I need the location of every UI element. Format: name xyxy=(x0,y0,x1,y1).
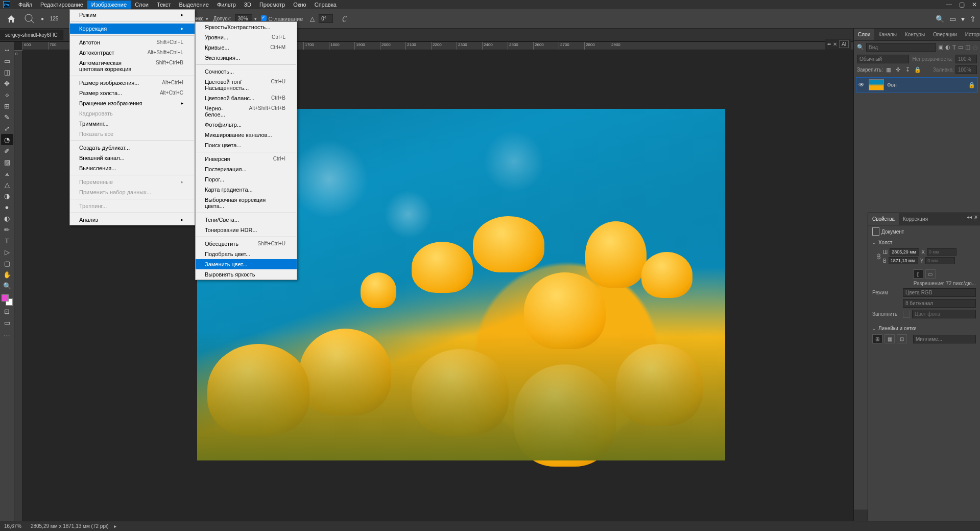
panel-close-icon[interactable]: ✕ xyxy=(974,214,978,220)
workspace-icon[interactable]: ▭ xyxy=(949,15,956,23)
tool-0[interactable]: ↔ xyxy=(1,44,13,55)
share-icon[interactable]: ⇪ xyxy=(970,15,976,23)
menu-выделение[interactable]: Выделение xyxy=(175,1,213,9)
menu-item[interactable]: Выборочная коррекция цвета... xyxy=(196,195,297,211)
menu-item[interactable]: Тонирование HDR... xyxy=(196,225,297,235)
brush-size[interactable]: 125 xyxy=(48,16,60,21)
menu-item[interactable]: Черно-белое...Alt+Shift+Ctrl+B xyxy=(196,103,297,120)
status-arrow-icon[interactable]: ▸ xyxy=(114,523,116,529)
filter-adjust-icon[interactable]: ◐ xyxy=(945,43,950,52)
tool-2[interactable]: ◫ xyxy=(1,66,13,78)
angle-value[interactable]: 0° xyxy=(319,14,333,23)
tool-7[interactable]: ⤢ xyxy=(1,123,13,134)
tool-14[interactable]: ● xyxy=(1,201,13,213)
tool-12[interactable]: △ xyxy=(1,179,13,190)
filter-shape-icon[interactable]: ▭ xyxy=(958,43,963,52)
menu-item[interactable]: АвтоконтрастAlt+Shift+Ctrl+L xyxy=(70,48,195,58)
menu-item[interactable]: Сочность... xyxy=(196,66,297,77)
menu-item[interactable]: Вращение изображения xyxy=(70,98,195,108)
menu-item[interactable]: Поиск цвета... xyxy=(196,140,297,150)
blend-mode-select[interactable]: Обычный xyxy=(857,55,909,63)
menu-item[interactable]: Фотофильтр... xyxy=(196,120,297,130)
antialias-checkbox[interactable] xyxy=(261,15,267,21)
lock-nested-icon[interactable]: ↧ xyxy=(904,66,912,74)
layer-row[interactable]: 👁 Фон 🔒 xyxy=(856,77,978,93)
lock-all-icon[interactable]: 🔒 xyxy=(914,66,922,74)
menu-item[interactable]: Вычисления... xyxy=(70,163,195,173)
menu-справка[interactable]: Справка xyxy=(310,1,341,9)
menu-слои[interactable]: Слои xyxy=(131,1,153,9)
panel-tab-Контуры[interactable]: Контуры xyxy=(901,29,929,40)
close-button[interactable]: ✕ xyxy=(972,1,977,8)
menu-item[interactable]: Выровнять яркость xyxy=(196,269,297,280)
width-input[interactable] xyxy=(890,248,919,256)
lock-pixels-icon[interactable]: ▦ xyxy=(885,66,893,74)
menu-item[interactable]: Кривые...Ctrl+M xyxy=(196,42,297,53)
menu-item[interactable]: Режим xyxy=(70,10,195,20)
fill-color-select[interactable]: Цвет фона xyxy=(912,310,976,318)
panel-tab-Операции[interactable]: Операции xyxy=(929,29,961,40)
tool-11[interactable]: ⟁ xyxy=(1,168,13,179)
menu-item[interactable]: Цветовой баланс...Ctrl+B xyxy=(196,93,297,103)
height-input[interactable] xyxy=(889,257,918,264)
menu-item[interactable]: ИнверсияCtrl+I xyxy=(196,154,297,164)
grid-toggle[interactable]: ▦ xyxy=(885,334,895,343)
tool-17[interactable]: T xyxy=(1,235,13,246)
home-button[interactable] xyxy=(4,13,18,25)
visibility-icon[interactable]: 👁 xyxy=(858,81,866,88)
menu-item[interactable]: Коррекция xyxy=(70,24,195,34)
search-icon[interactable]: 🔍 xyxy=(936,15,944,23)
tool-20[interactable]: ✋ xyxy=(1,269,13,280)
tool-extra[interactable]: ▭ xyxy=(1,317,13,328)
panel-tab-Слои[interactable]: Слои xyxy=(854,29,874,40)
tool-18[interactable]: ▷ xyxy=(1,246,13,258)
menu-фильтр[interactable]: Фильтр xyxy=(213,1,240,9)
pressure-icon[interactable]: 𝓒 xyxy=(342,14,346,24)
tool-15[interactable]: ◐ xyxy=(1,213,13,224)
menu-item[interactable]: Тримминг... xyxy=(70,119,195,129)
filter-smart-icon[interactable]: ◫ xyxy=(965,43,970,52)
tool-9[interactable]: ✐ xyxy=(1,145,13,156)
lock-icon[interactable]: 🔒 xyxy=(968,82,975,88)
tool-extra[interactable]: … xyxy=(1,328,13,339)
chain-icon[interactable]: 𝟠 xyxy=(876,252,881,261)
overflow-close-icon[interactable]: ✕ xyxy=(833,41,837,47)
menu-файл[interactable]: Файл xyxy=(14,1,36,9)
tool-19[interactable]: ▢ xyxy=(1,258,13,269)
props-tab-Свойства[interactable]: Свойства xyxy=(868,213,899,225)
panel-tab-История[interactable]: История xyxy=(961,29,980,40)
tool-extra[interactable]: ⊡ xyxy=(1,306,13,317)
tool-8[interactable]: ◔ xyxy=(1,134,13,145)
tool-3[interactable]: ✥ xyxy=(1,78,13,89)
tabs-overflow[interactable]: •• ✕ Al xyxy=(825,39,851,50)
tool-13[interactable]: ◑ xyxy=(1,190,13,201)
menu-item[interactable]: Постеризация... xyxy=(196,164,297,174)
menu-item[interactable]: Тени/Света... xyxy=(196,215,297,225)
tool-4[interactable]: ⟐ xyxy=(1,89,13,100)
zoom-level[interactable]: 16,67% xyxy=(4,523,21,529)
orientation-landscape[interactable]: ▭ xyxy=(925,269,936,279)
menu-item[interactable]: Микширование каналов... xyxy=(196,130,297,140)
units-select[interactable]: Миллиме... xyxy=(913,335,976,343)
menu-item[interactable]: ОбесцветитьShift+Ctrl+U xyxy=(196,239,297,249)
menu-item[interactable]: Экспозиция... xyxy=(196,53,297,63)
menu-текст[interactable]: Текст xyxy=(153,1,175,9)
opacity-value[interactable]: 100% xyxy=(955,55,977,63)
brush-thumb[interactable]: ● xyxy=(37,16,48,21)
tool-preset-icon[interactable] xyxy=(22,13,37,25)
y-input[interactable] xyxy=(925,257,955,264)
overflow-dots-icon[interactable]: •• xyxy=(827,41,831,47)
layer-kind-filter[interactable] xyxy=(866,43,936,52)
tool-10[interactable]: ▨ xyxy=(1,156,13,168)
fill-value[interactable]: 100% xyxy=(955,65,977,74)
filter-toggle-icon[interactable]: ⏻ xyxy=(972,43,978,52)
tool-5[interactable]: ⊞ xyxy=(1,100,13,111)
props-tab-Коррекция[interactable]: Коррекция xyxy=(899,213,932,225)
tool-1[interactable]: ▭ xyxy=(1,55,13,66)
tool-16[interactable]: ✏ xyxy=(1,224,13,235)
lock-position-icon[interactable]: ✜ xyxy=(894,66,902,74)
ruler-toggle[interactable]: ⊞ xyxy=(872,334,882,343)
menu-3d[interactable]: 3D xyxy=(240,1,255,9)
color-mode-select[interactable]: Цвета RGB xyxy=(903,288,976,297)
menu-item[interactable]: АвтотонShift+Ctrl+L xyxy=(70,37,195,48)
